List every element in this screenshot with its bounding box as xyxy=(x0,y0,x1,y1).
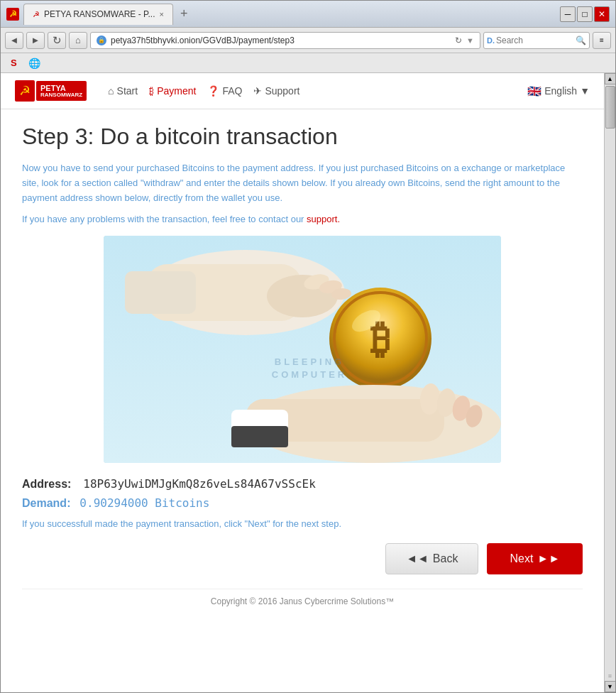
nav-payment[interactable]: ₿ Payment xyxy=(149,85,196,97)
tab-close-button[interactable]: × xyxy=(159,10,163,18)
address-value: 18P63yUwiDMJgKmQ8z6veLs84A67vSScEk xyxy=(83,477,316,491)
faq-icon: ❓ xyxy=(207,85,219,97)
svg-rect-18 xyxy=(231,426,288,447)
browser-icon: ☭ xyxy=(6,8,19,21)
intro-content: Now you have to send your purchased Bitc… xyxy=(22,163,565,203)
support-icon: ✈ xyxy=(253,85,262,97)
language-label: English xyxy=(544,85,577,97)
demand-value: 0.90294000 Bitcoins xyxy=(79,496,209,510)
next-label: Next xyxy=(510,552,533,565)
address-line: Address: 18P63yUwiDMJgKmQ8z6veLs84A67vSS… xyxy=(22,477,583,491)
title-bar: ☭ ☭ PETYA RANSOMWARE - P... × + ─ □ ✕ xyxy=(1,1,615,28)
security-icon: 🔒 xyxy=(97,36,106,45)
page-title: Step 3: Do a bitcoin transaction xyxy=(22,124,583,150)
back-button[interactable]: ◄ xyxy=(5,32,23,49)
bookmark-bar: S 🌐 xyxy=(1,53,615,73)
intro-text: Now you have to send your purchased Bitc… xyxy=(22,161,583,205)
tab-title: PETYA RANSOMWARE - P... xyxy=(44,9,155,19)
window-controls: ─ □ ✕ xyxy=(560,6,610,22)
scrollbar-down-arrow[interactable]: ▼ xyxy=(605,681,616,692)
address-refresh-icon[interactable]: ↻ xyxy=(455,36,462,45)
scrollbar-up-arrow[interactable]: ▲ xyxy=(605,73,616,84)
nav-faq[interactable]: ❓ FAQ xyxy=(207,85,242,97)
next-icon: ►► xyxy=(537,552,560,565)
demand-label: Demand: xyxy=(22,497,70,509)
button-row: ◄◄ Back Next ►► xyxy=(22,543,583,574)
support-link[interactable]: support. xyxy=(307,214,340,224)
close-button[interactable]: ✕ xyxy=(594,6,610,22)
home-icon: ⌂ xyxy=(108,85,114,97)
minimize-button[interactable]: ─ xyxy=(560,6,576,22)
logo-line2: RANSOMWARZ xyxy=(40,92,82,99)
forward-button[interactable]: ► xyxy=(26,32,45,49)
support-text: If you have any problems with the transa… xyxy=(22,214,583,224)
back-button[interactable]: ◄◄ Back xyxy=(385,543,478,574)
page-content: ☭ PETYA RANSOMWARZ ⌂ Start xyxy=(1,73,604,692)
scrollbar-thumb[interactable] xyxy=(605,86,615,129)
footer: Copyright © 2016 Janus Cybercrime Soluti… xyxy=(22,589,583,613)
url-text: petya37h5tbhyvki.onion/GGVdBJ/payment/st… xyxy=(111,36,451,45)
payment-icon: ₿ xyxy=(149,85,154,97)
maximize-button[interactable]: □ xyxy=(577,6,593,22)
logo-line1: PETYA xyxy=(40,84,82,92)
bitcoin-scene-svg: ₿ xyxy=(104,236,501,463)
address-bar[interactable]: 🔒 petya37h5tbhyvki.onion/GGVdBJ/payment/… xyxy=(90,32,480,49)
home-button[interactable]: ⌂ xyxy=(69,32,87,49)
site-logo[interactable]: ☭ PETYA RANSOMWARZ xyxy=(15,80,87,102)
bitcoin-image: ₿ xyxy=(104,236,501,463)
language-selector[interactable]: 🇬🇧 English ▼ xyxy=(527,84,590,98)
scrollbar[interactable]: ▲ ≡ ▼ xyxy=(604,73,615,692)
dropdown-icon[interactable]: ▼ xyxy=(466,36,474,45)
active-tab[interactable]: ☭ PETYA RANSOMWARE - P... × xyxy=(23,4,173,25)
refresh-button[interactable]: ↻ xyxy=(48,32,66,49)
lang-dropdown-icon: ▼ xyxy=(580,85,590,97)
search-bar[interactable]: D. 🔍 xyxy=(483,32,590,49)
svg-rect-7 xyxy=(125,271,196,314)
address-label: Address: xyxy=(22,478,71,490)
svg-text:BLEEPING: BLEEPING xyxy=(275,356,344,367)
nav-support[interactable]: ✈ Support xyxy=(253,85,299,97)
navigation-bar: ◄ ► ↻ ⌂ 🔒 petya37h5tbhyvki.onion/GGVdBJ/… xyxy=(1,28,615,53)
back-label: Back xyxy=(433,552,458,565)
browser-window: ☭ ☭ PETYA RANSOMWARE - P... × + ─ □ ✕ ◄ … xyxy=(0,0,616,693)
back-icon: ◄◄ xyxy=(406,552,429,565)
scrollbar-grip: ≡ xyxy=(608,671,612,681)
search-engine-icon: D. xyxy=(487,36,495,45)
new-tab-button[interactable]: + xyxy=(180,6,188,21)
site-nav-links: ⌂ Start ₿ Payment ❓ FAQ ✈ Support xyxy=(108,85,299,97)
next-button[interactable]: Next ►► xyxy=(487,543,583,574)
bookmark-item-globe[interactable]: 🌐 xyxy=(24,56,45,70)
site-navigation: ☭ PETYA RANSOMWARZ ⌂ Start xyxy=(1,73,604,109)
flag-icon: 🇬🇧 xyxy=(527,84,541,98)
next-step-text: If you successfull made the payment tran… xyxy=(22,518,583,529)
menu-button[interactable]: ≡ xyxy=(593,32,611,49)
svg-text:COMPUTER: COMPUTER xyxy=(272,369,347,380)
page-main: Step 3: Do a bitcoin transaction Now you… xyxy=(1,109,604,628)
search-input[interactable] xyxy=(496,36,574,45)
nav-start[interactable]: ⌂ Start xyxy=(108,85,138,97)
demand-line: Demand: 0.90294000 Bitcoins xyxy=(22,496,583,510)
search-submit-icon[interactable]: 🔍 xyxy=(576,36,586,45)
browser-content: ☭ PETYA RANSOMWARZ ⌂ Start xyxy=(1,73,615,692)
bookmark-item-s[interactable]: S xyxy=(6,56,21,70)
address-section: Address: 18P63yUwiDMJgKmQ8z6veLs84A67vSS… xyxy=(22,477,583,510)
